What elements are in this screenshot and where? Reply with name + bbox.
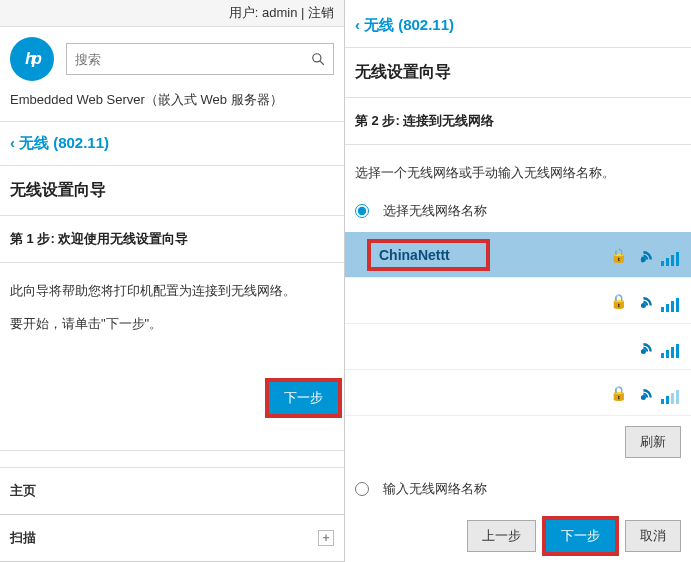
scan-label: 扫描 [10,529,36,547]
wizard-title-left: 无线设置向导 [0,166,344,216]
right-pane: ‹无线 (802.11) 无线设置向导 第 2 步: 连接到无线网络 选择一个无… [345,0,691,562]
network-item[interactable]: 🔒 [345,370,691,416]
breadcrumb-text: 无线 (802.11) [19,134,109,151]
scan-section[interactable]: 扫描 + [0,515,344,562]
breadcrumb-right[interactable]: ‹无线 (802.11) [345,0,691,47]
network-item[interactable] [345,324,691,370]
wifi-icon [637,336,679,358]
intro-text: 选择一个无线网络或手动输入无线网络名称。 [345,145,691,190]
home-label: 主页 [10,482,36,500]
step-label-left: 第 1 步: 欢迎使用无线设置向导 [0,216,344,263]
radio-manual-label: 输入无线网络名称 [383,480,487,498]
radio-select-label: 选择无线网络名称 [383,202,487,220]
svg-point-3 [642,304,645,307]
network-item[interactable]: ChinaNettt 🔒 [345,232,691,278]
next-button-right[interactable]: 下一步 [546,520,615,552]
lock-icon: 🔒 [609,293,627,309]
wizard-body: 此向导将帮助您将打印机配置为连接到无线网络。 要开始，请单击"下一步"。 [0,263,344,342]
plus-icon: + [318,530,334,546]
user-label: 用户: [229,5,262,20]
left-pane: 用户: admin | 注销 hp Embedded Web Server（嵌入… [0,0,345,562]
svg-point-5 [642,396,645,399]
cancel-button[interactable]: 取消 [625,520,681,552]
hp-logo-text: hp [25,50,39,68]
network-name: ChinaNettt [367,239,490,271]
ews-label: Embedded Web Server（嵌入式 Web 服务器） [0,91,344,121]
separator: | [297,5,308,20]
svg-point-0 [313,54,321,62]
body-line-2: 要开始，请单击"下一步"。 [10,312,334,335]
refresh-button[interactable]: 刷新 [625,426,681,458]
user-name: admin [262,5,297,20]
lock-icon: 🔒 [609,385,627,401]
prev-button[interactable]: 上一步 [467,520,536,552]
button-row-left: 下一步 [0,342,344,426]
breadcrumb-text: 无线 (802.11) [364,16,454,33]
svg-point-4 [642,350,645,353]
radio-select-network[interactable] [355,204,369,218]
wifi-icon [637,244,679,266]
network-item[interactable]: 🔒 [345,278,691,324]
spacer [0,451,344,467]
radio-manual-network[interactable] [355,482,369,496]
search-button[interactable] [303,44,333,74]
chevron-left-icon: ‹ [355,16,360,33]
footer-buttons: 上一步 下一步 取消 [345,510,691,562]
home-section[interactable]: 主页 [0,468,344,515]
chevron-left-icon: ‹ [10,134,15,151]
refresh-row: 刷新 [345,416,691,468]
search-input[interactable] [67,44,303,74]
search-box [66,43,334,75]
next-button-left[interactable]: 下一步 [269,382,338,414]
hp-logo: hp [10,37,54,81]
wifi-icon [637,382,679,404]
wifi-icon [637,290,679,312]
network-list: ChinaNettt 🔒 🔒 🔒 [345,232,691,416]
radio-manual-row[interactable]: 输入无线网络名称 [345,468,691,510]
body-line-1: 此向导将帮助您将打印机配置为连接到无线网络。 [10,279,334,302]
wizard-title-right: 无线设置向导 [345,47,691,98]
user-bar: 用户: admin | 注销 [0,0,344,27]
step-label-right: 第 2 步: 连接到无线网络 [345,98,691,145]
header-row: hp [0,27,344,91]
logout-link[interactable]: 注销 [308,5,334,20]
breadcrumb-left[interactable]: ‹无线 (802.11) [0,122,344,166]
svg-line-1 [320,61,324,65]
search-icon [311,52,325,66]
radio-select-row[interactable]: 选择无线网络名称 [345,190,691,232]
lock-icon: 🔒 [609,247,627,263]
